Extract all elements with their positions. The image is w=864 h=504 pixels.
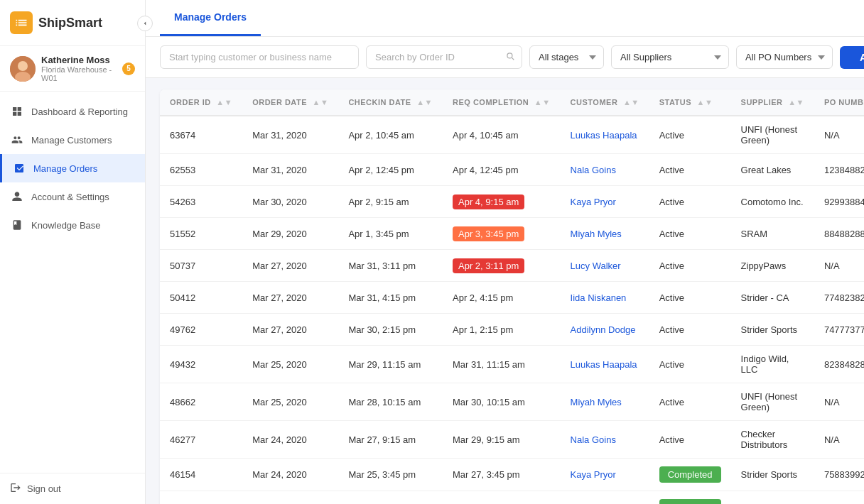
sidebar-collapse-button[interactable]: [137, 16, 153, 31]
customer-link[interactable]: Iida Niskanen: [571, 292, 627, 303]
cell-order-date: Mar 25, 2020: [242, 346, 338, 383]
cell-order-id: 46154: [160, 459, 242, 491]
cell-checkin-date: Mar 25, 3:45 pm: [338, 459, 443, 491]
cell-status: Active: [649, 250, 731, 282]
customer-link[interactable]: Nala Goins: [571, 434, 616, 445]
customer-link[interactable]: Lucy Walker: [571, 261, 621, 271]
col-status[interactable]: STATUS ▲▼: [649, 89, 731, 116]
signout-icon: [10, 482, 21, 495]
cell-po-number: N/A: [814, 250, 864, 282]
table-row: 46727 Mar 22, 2020 Mar 25, 5:14 pm Mar 2…: [160, 491, 864, 505]
cell-po-number: 9598887377: [814, 491, 864, 505]
col-checkin-date[interactable]: CHECKIN DATE ▲▼: [338, 89, 443, 116]
order-search-wrapper: [366, 45, 522, 69]
cell-order-date: Mar 27, 2020: [242, 250, 338, 282]
col-order-date[interactable]: ORDER DATE ▲▼: [242, 89, 338, 116]
sidebar-item-account[interactable]: Account & Settings: [0, 182, 145, 211]
cell-customer: Iida Niskanen: [561, 282, 649, 314]
cell-customer: Kaya Pryor: [561, 459, 649, 491]
sidebar-item-dashboard[interactable]: Dashboard & Reporting: [0, 97, 145, 126]
customer-link[interactable]: Kaya Pryor: [571, 197, 616, 207]
customer-search-wrapper: [160, 45, 359, 69]
cell-order-date: Mar 31, 2020: [242, 116, 338, 154]
col-customer[interactable]: CUSTOMER ▲▼: [561, 89, 649, 116]
cell-req-completion: Apr 2, 4:15 pm: [443, 282, 561, 314]
signout-button[interactable]: Sign out: [0, 473, 145, 504]
cell-checkin-date: Mar 28, 10:15 am: [338, 383, 443, 421]
notification-badge[interactable]: 5: [122, 62, 135, 75]
cell-checkin-date: Apr 2, 9:15 am: [338, 186, 443, 218]
customer-link[interactable]: Kaya Pryor: [571, 469, 616, 480]
table-row: 51552 Mar 29, 2020 Apr 1, 3:45 pm Apr 3,…: [160, 218, 864, 250]
cell-customer: Nala Goins: [561, 154, 649, 186]
cell-customer: Lucy Walker: [561, 250, 649, 282]
col-supplier[interactable]: SUPPLIER ▲▼: [731, 89, 814, 116]
svg-point-1: [18, 61, 28, 71]
customer-link[interactable]: Addilynn Dodge: [571, 324, 636, 335]
book-icon: [10, 218, 24, 232]
table-row: 46277 Mar 24, 2020 Mar 27, 9:15 am Mar 2…: [160, 421, 864, 459]
table-row: 46154 Mar 24, 2020 Mar 25, 3:45 pm Mar 2…: [160, 459, 864, 491]
po-numbers-filter[interactable]: All PO Numbers: [736, 45, 833, 69]
cell-order-id: 62553: [160, 154, 242, 186]
tab-manage-orders[interactable]: Manage Orders: [160, 0, 261, 36]
account-icon: [10, 190, 24, 204]
cell-order-date: Mar 27, 2020: [242, 314, 338, 346]
cell-supplier: UNFI (Honest Green): [731, 116, 814, 154]
cell-req-completion: Mar 31, 11:15 am: [443, 346, 561, 383]
cell-order-id: 54263: [160, 186, 242, 218]
cell-po-number: N/A: [814, 383, 864, 421]
col-req-completion[interactable]: REQ COMPLETION ▲▼: [443, 89, 561, 116]
col-po-number[interactable]: PO NUMBER ▲▼: [814, 89, 864, 116]
sidebar-item-knowledge[interactable]: Knowledge Base: [0, 211, 145, 239]
sidebar-item-orders[interactable]: Manage Orders: [0, 154, 145, 182]
suppliers-filter[interactable]: All SuppliersUNFI (Honest Green)Great La…: [611, 45, 729, 69]
cell-order-id: 50737: [160, 250, 242, 282]
cell-checkin-date: Mar 30, 2:15 pm: [338, 314, 443, 346]
cell-status: Active: [649, 218, 731, 250]
status-active: Active: [659, 165, 684, 175]
main-header: Manage Orders: [146, 0, 864, 37]
cell-po-number: 74777377742: [814, 314, 864, 346]
cell-req-completion: Apr 4, 10:45 am: [443, 116, 561, 154]
cell-customer: Addilynn Dodge: [561, 491, 649, 505]
customer-link[interactable]: Luukas Haapala: [571, 130, 637, 141]
cell-status: Completed: [649, 491, 731, 505]
sidebar-item-customers[interactable]: Manage Customers: [0, 126, 145, 154]
status-active: Active: [659, 261, 684, 271]
customer-search-input[interactable]: [160, 45, 359, 69]
cell-supplier: Great Lakes: [731, 154, 814, 186]
col-order-id[interactable]: ORDER ID ▲▼: [160, 89, 242, 116]
cell-status: Active: [649, 346, 731, 383]
order-search-input[interactable]: [366, 45, 522, 69]
cell-status: Active: [649, 154, 731, 186]
cell-supplier: SRAM: [731, 218, 814, 250]
orders-table: ORDER ID ▲▼ ORDER DATE ▲▼ CHECKIN DATE ▲…: [160, 89, 864, 504]
sidebar: ShipSmart Katherine Moss Florida Warehou…: [0, 0, 146, 504]
status-badge: Completed: [659, 499, 721, 504]
cell-customer: Nala Goins: [561, 421, 649, 459]
cell-order-id: 51552: [160, 218, 242, 250]
customer-link[interactable]: Nala Goins: [571, 165, 616, 175]
cell-order-date: Mar 27, 2020: [242, 282, 338, 314]
cell-supplier: Strider Sports: [731, 314, 814, 346]
customer-link[interactable]: Miyah Myles: [571, 397, 622, 407]
cell-po-number: N/A: [814, 116, 864, 154]
user-info: Katherine Moss Florida Warehouse - W01: [41, 55, 117, 82]
sidebar-item-label: Manage Orders: [33, 163, 97, 174]
stages-filter[interactable]: All stagesActiveCompletedPending: [529, 45, 604, 69]
cell-req-completion: Mar 27, 5:14 pm: [443, 491, 561, 505]
apply-button[interactable]: Apply: [840, 46, 864, 69]
cell-status: Active: [649, 383, 731, 421]
cell-order-id: 46727: [160, 491, 242, 505]
cell-req-completion: Mar 29, 9:15 am: [443, 421, 561, 459]
customer-link[interactable]: Miyah Myles: [571, 229, 622, 239]
cell-req-completion: Apr 3, 3:45 pm: [443, 218, 561, 250]
sidebar-item-label: Knowledge Base: [31, 220, 101, 231]
nav-items: Dashboard & Reporting Manage Customers M…: [0, 92, 145, 473]
cell-customer: Luukas Haapala: [561, 116, 649, 154]
customer-link[interactable]: Luukas Haapala: [571, 359, 637, 370]
cell-supplier: Strider Sports: [731, 459, 814, 491]
search-icon: [505, 51, 515, 64]
cell-order-date: Mar 24, 2020: [242, 421, 338, 459]
